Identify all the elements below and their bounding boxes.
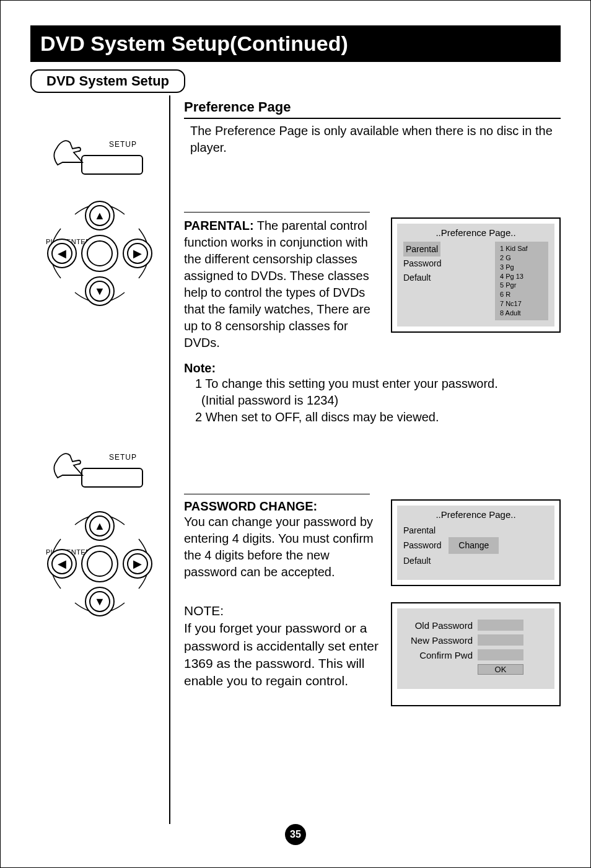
parental-body: The parental control function works in c… (184, 219, 370, 349)
manual-page: DVD System Setup(Continued) DVD System S… (0, 0, 591, 868)
ok-button[interactable]: OK (478, 664, 523, 675)
rule (184, 212, 370, 213)
page-title-bar: DVD System Setup(Continued) (30, 25, 561, 62)
remote-body-icon (81, 468, 143, 488)
dpad-left-icon: ◀ (47, 239, 77, 268)
osd-item-default: Default (403, 271, 490, 284)
dpad-center-icon (81, 235, 118, 272)
note-line-2: 2 When set to OFF, all discs may be view… (195, 409, 561, 426)
page-body: SETUP PLAY/ENTER ▲ ▼ ◀ ▶ (30, 95, 561, 824)
osd-item-password: Password (403, 540, 441, 550)
osd-right-list: 1 Kid Saf 2 G 3 Pg 4 Pg 13 5 Pgr 6 R 7 N… (495, 242, 548, 320)
dpad-right-icon: ▶ (123, 239, 152, 268)
dpad-right-icon: ▶ (123, 549, 152, 579)
tab-row: DVD System Setup (30, 69, 561, 93)
preference-heading: Preference Page (184, 99, 561, 115)
osd-rating: 3 Pg (500, 263, 543, 272)
osd-rating: 2 G (500, 253, 543, 263)
osd-rating: 8 Adult (500, 309, 543, 318)
rule (184, 494, 370, 494)
remote-setup-icon: SETUP (56, 139, 143, 180)
password-note-section: NOTE: If you forget your password or a p… (184, 602, 561, 706)
old-password-label: Old Password (403, 620, 473, 631)
password-section: PASSWORD CHANGE: You can change your pas… (184, 499, 561, 586)
dpad-down-icon: ▼ (85, 587, 115, 616)
old-password-row: Old Password (403, 620, 548, 631)
confirm-password-row: Confirm Pwd (403, 649, 548, 660)
osd-item-default: Default (403, 554, 548, 568)
password-heading: PASSWORD CHANGE: (184, 499, 381, 514)
password-note-text: If you forget your password or a passwor… (184, 620, 381, 690)
osd-item-parental: Parental (403, 524, 548, 537)
parental-note: Note: 1 To change this setting you must … (184, 361, 561, 426)
hand-icon (51, 135, 89, 170)
new-password-field[interactable] (478, 634, 523, 646)
password-note-heading: NOTE: (184, 602, 381, 620)
dpad-icon: PLAY/ENTER ▲ ▼ ◀ ▶ (47, 201, 152, 306)
remote-setup-icon: SETUP (56, 452, 143, 493)
osd-rating: 6 R (500, 290, 543, 299)
osd-rating: 1 Kid Saf (500, 244, 543, 253)
osd-rating: 4 Pg 13 (500, 272, 543, 281)
dpad-icon: PLAY/ENTER ▲ ▼ ◀ ▶ (47, 511, 152, 616)
note-line-1: 1 To change this setting you must enter … (195, 375, 561, 392)
osd-item-parental: Parental (403, 242, 490, 256)
subsection-tab: DVD System Setup (30, 69, 185, 93)
dpad-center-icon (81, 545, 118, 582)
remote-label: SETUP (109, 453, 137, 462)
osd-left-list: Parental Password Default (403, 242, 490, 320)
note-line-1b: (Initial password is 1234) (195, 392, 561, 409)
password-text: You can change your password by entering… (184, 514, 381, 581)
osd-change-label: Change (449, 537, 499, 553)
parental-section: PARENTAL: The parental control function … (184, 217, 561, 351)
remote-body-icon (81, 155, 143, 175)
note-heading: Note: (184, 361, 561, 375)
confirm-password-field[interactable] (478, 649, 523, 660)
right-column: Preference Page The Preference Page is o… (169, 95, 561, 824)
remote-label: SETUP (109, 140, 137, 149)
osd-password-box: ..Preference Page.. Parental Password Ch… (391, 499, 561, 586)
old-password-field[interactable] (478, 620, 523, 631)
osd-inner: ..Preference Page.. Parental Password De… (397, 224, 554, 327)
dpad-down-icon: ▼ (85, 276, 115, 306)
new-password-row: New Password (403, 634, 548, 646)
parental-text: PARENTAL: The parental control function … (184, 217, 381, 351)
dpad-up-icon: ▲ (85, 511, 115, 541)
osd-rating: 7 Nc17 (500, 299, 543, 309)
osd-inner: ..Preference Page.. Parental Password Ch… (397, 506, 554, 580)
osd-item-password-row: Password Change (403, 537, 548, 553)
new-password-label: New Password (403, 635, 473, 646)
osd-rating: 5 Pgr (500, 281, 543, 290)
dpad-up-icon: ▲ (85, 201, 115, 230)
osd-title: ..Preference Page.. (403, 227, 548, 238)
confirm-password-label: Confirm Pwd (403, 650, 473, 660)
osd-title: ..Preference Page.. (403, 509, 548, 520)
osd-item-password: Password (403, 256, 490, 270)
parental-label: PARENTAL: (184, 219, 254, 232)
osd-parental-box: ..Preference Page.. Parental Password De… (391, 217, 561, 333)
osd-pwd-form: Old Password New Password Confirm Pwd OK (397, 608, 554, 689)
hand-icon (51, 448, 89, 483)
section-divider (184, 118, 561, 119)
page-number: 35 (285, 824, 306, 845)
dpad-left-icon: ◀ (47, 549, 77, 579)
osd-pwdform-box: Old Password New Password Confirm Pwd OK (391, 602, 561, 706)
preference-intro: The Preference Page is only available wh… (184, 123, 561, 156)
left-column: SETUP PLAY/ENTER ▲ ▼ ◀ ▶ (30, 95, 169, 824)
